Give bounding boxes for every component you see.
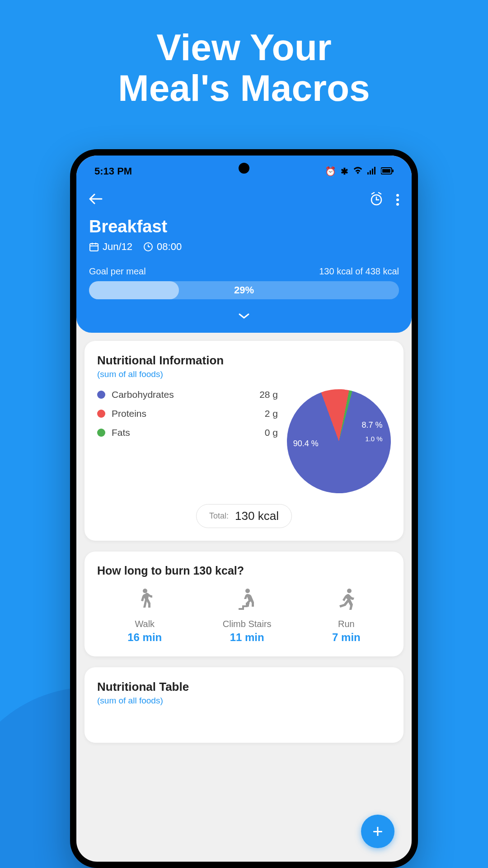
screen: 5:13 PM ⏰ ✱ [76, 156, 412, 862]
nutrition-list: Carbohydrates 28 g Proteins 2 g Fats 0 g [97, 389, 278, 493]
meal-header: Breakfast Jun/12 08:00 Goal per meal 130… [76, 184, 412, 333]
table-subtitle: (sum of all foods) [97, 696, 391, 706]
total-value: 130 kcal [235, 509, 279, 523]
promo-line1: View Your [156, 27, 331, 68]
signal-icon [367, 166, 376, 177]
nutrient-name: Proteins [112, 408, 265, 419]
svg-point-19 [143, 589, 147, 593]
svg-rect-1 [370, 170, 371, 175]
burn-card: How long to burn 130 kcal? Walk 16 min C [84, 552, 404, 656]
meal-time[interactable]: 08:00 [143, 241, 182, 253]
status-icons: ⏰ ✱ [325, 166, 394, 177]
date-text: Jun/12 [103, 241, 132, 253]
activity-name: Run [332, 619, 361, 629]
activity-name: Walk [127, 619, 162, 629]
activity-time: 11 min [223, 631, 272, 644]
alarm-button[interactable] [369, 192, 384, 208]
goal-label: Goal per meal [89, 266, 146, 277]
promo-title: View Your Meal's Macros [0, 0, 488, 127]
svg-rect-12 [90, 244, 98, 251]
nutrition-card: Nutritional Information (sum of all food… [84, 341, 404, 541]
table-card: Nutritional Table (sum of all foods) [84, 667, 404, 743]
nutrition-title: Nutritional Information [97, 354, 391, 368]
nutrient-protein: Proteins 2 g [97, 408, 278, 419]
back-button[interactable] [89, 192, 103, 208]
color-dot [97, 391, 105, 399]
alarm-icon: ⏰ [325, 166, 336, 177]
svg-rect-0 [367, 172, 369, 175]
nutrient-value: 2 g [265, 408, 278, 419]
total-label: Total: [209, 511, 229, 521]
walk-icon [127, 588, 162, 614]
run-icon [332, 588, 361, 614]
table-title: Nutritional Table [97, 680, 391, 694]
pie-label-second: 8.7 % [362, 420, 383, 430]
expand-button[interactable] [89, 308, 399, 323]
promo-line2: Meal's Macros [118, 67, 370, 108]
add-button[interactable]: + [361, 815, 394, 848]
svg-point-20 [245, 589, 250, 593]
pie-chart: 90.4 % 8.7 % 1.0 % [287, 389, 391, 493]
stairs-icon [223, 588, 272, 614]
progress-bar: 29% [89, 281, 399, 299]
progress-text: 29% [234, 284, 254, 296]
nutrient-value: 0 g [265, 427, 278, 438]
activity-time: 7 min [332, 631, 361, 644]
activity-time: 16 min [127, 631, 162, 644]
nutrient-name: Carbohydrates [112, 389, 259, 400]
calendar-icon [89, 242, 99, 252]
svg-rect-2 [372, 169, 373, 175]
clock-icon [143, 242, 153, 252]
color-dot [97, 429, 105, 437]
svg-rect-6 [382, 169, 390, 173]
nutrient-carbs: Carbohydrates 28 g [97, 389, 278, 400]
meal-date[interactable]: Jun/12 [89, 241, 132, 253]
phone-frame: 5:13 PM ⏰ ✱ [70, 149, 418, 868]
activity-walk: Walk 16 min [127, 588, 162, 644]
activity-stairs: Climb Stairs 11 min [223, 588, 272, 644]
nutrient-fats: Fats 0 g [97, 427, 278, 438]
status-time: 5:13 PM [94, 165, 132, 177]
goal-status: 130 kcal of 438 kcal [319, 266, 399, 277]
pie-label-third: 1.0 % [365, 435, 382, 443]
burn-title: How long to burn 130 kcal? [97, 564, 391, 577]
svg-point-21 [347, 589, 352, 593]
wifi-icon [353, 166, 363, 177]
nutrient-name: Fats [112, 427, 265, 438]
nutrition-subtitle: (sum of all foods) [97, 369, 391, 379]
bluetooth-icon: ✱ [341, 166, 348, 177]
total-badge: Total: 130 kcal [196, 504, 292, 528]
svg-rect-5 [392, 170, 394, 172]
svg-line-11 [379, 193, 381, 194]
color-dot [97, 410, 105, 418]
time-text: 08:00 [157, 241, 182, 253]
svg-line-10 [372, 193, 374, 194]
activity-name: Climb Stairs [223, 619, 272, 629]
svg-rect-3 [374, 167, 375, 175]
camera-notch [239, 163, 249, 174]
activity-run: Run 7 min [332, 588, 361, 644]
menu-button[interactable] [396, 194, 399, 206]
meal-title: Breakfast [89, 217, 399, 236]
battery-icon [381, 166, 394, 177]
progress-fill [89, 281, 179, 299]
nutrient-value: 28 g [259, 389, 278, 400]
pie-label-main: 90.4 % [293, 439, 319, 448]
